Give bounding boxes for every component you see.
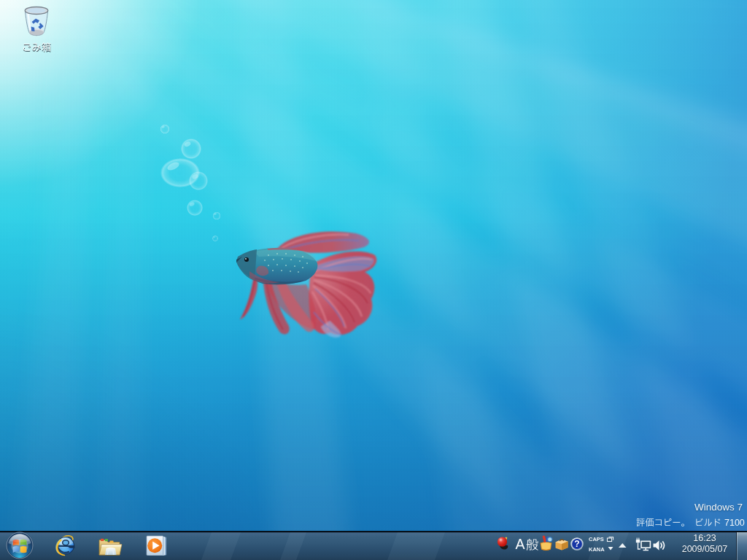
svg-text:7100: 7100 (724, 518, 745, 528)
